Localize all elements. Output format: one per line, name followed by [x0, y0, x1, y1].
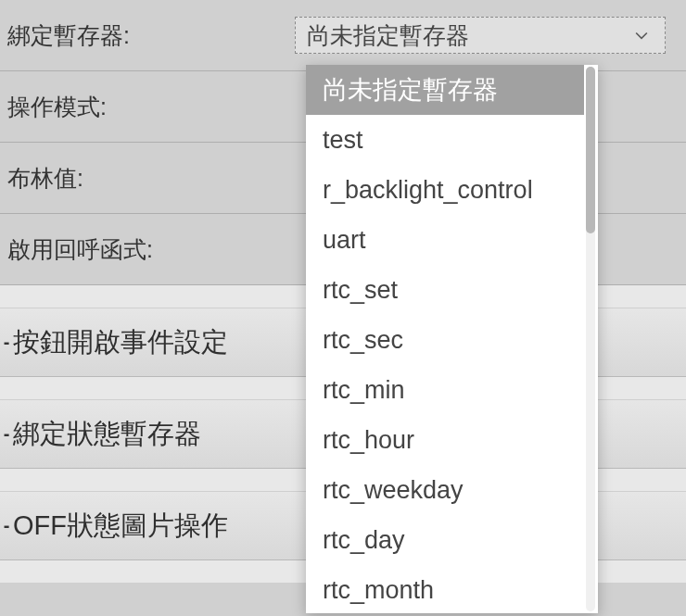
list-item[interactable]: uart: [306, 215, 584, 265]
list-item[interactable]: rtc_weekday: [306, 465, 584, 515]
list-item[interactable]: rtc_hour: [306, 415, 584, 465]
list-item[interactable]: r_backlight_control: [306, 165, 584, 215]
chevron-down-icon: [629, 23, 654, 47]
list-item[interactable]: test: [306, 115, 584, 165]
expand-icon: -: [0, 515, 13, 536]
list-item[interactable]: 尚未指定暫存器: [306, 65, 584, 115]
list-item[interactable]: rtc_min: [306, 365, 584, 415]
label-callback: 啟用回呼函式:: [7, 234, 295, 265]
expand-icon: -: [0, 423, 13, 445]
label-mode: 操作模式:: [7, 92, 295, 122]
expand-icon: -: [0, 332, 13, 353]
section-label: OFF狀態圖片操作: [13, 508, 228, 545]
list-item[interactable]: rtc_sec: [306, 315, 584, 365]
scrollbar-track[interactable]: [586, 67, 595, 611]
list-item[interactable]: rtc_month: [306, 565, 584, 613]
list-item[interactable]: rtc_day: [306, 515, 584, 565]
list-item[interactable]: rtc_set: [306, 265, 584, 315]
dropdown-list[interactable]: 尚未指定暫存器 test r_backlight_control uart rt…: [306, 65, 598, 613]
dropdown-value: 尚未指定暫存器: [307, 20, 469, 51]
row-bind-register: 綁定暫存器: 尚未指定暫存器: [0, 0, 686, 71]
dropdown-bind-register[interactable]: 尚未指定暫存器: [295, 17, 666, 54]
label-bool: 布林值:: [7, 163, 295, 194]
section-label: 按鈕開啟事件設定: [13, 324, 228, 361]
section-label: 綁定狀態暫存器: [13, 416, 201, 453]
dropdown-list-inner: 尚未指定暫存器 test r_backlight_control uart rt…: [306, 65, 584, 613]
label-bind-register: 綁定暫存器:: [7, 20, 295, 51]
scrollbar-thumb[interactable]: [586, 67, 595, 233]
